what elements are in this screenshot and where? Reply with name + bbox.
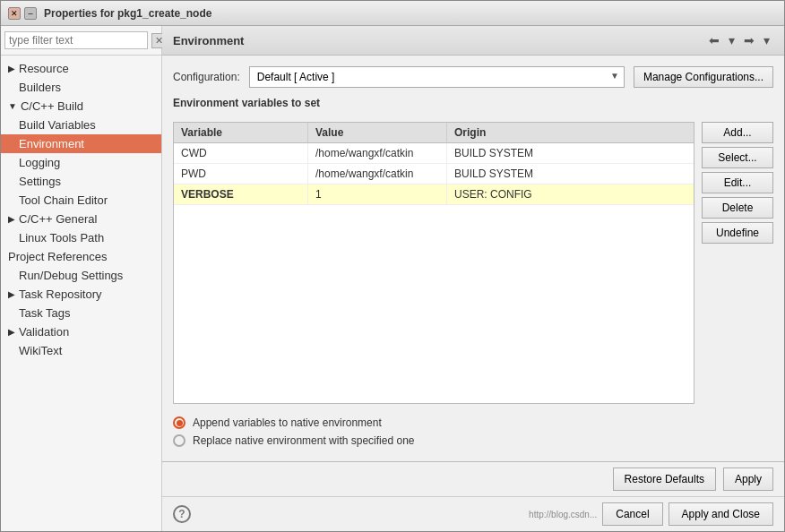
panel-body: Configuration: Default [ Active ] Manage… xyxy=(162,56,784,461)
sidebar-item-label: Logging xyxy=(19,156,60,169)
table-header: Variable Value Origin xyxy=(174,123,694,143)
sidebar-item-label: Project References xyxy=(8,250,108,263)
radio-replace-indicator xyxy=(173,434,185,447)
help-button[interactable]: ? xyxy=(173,505,191,523)
sidebar-item-label: Builders xyxy=(19,81,61,94)
close-button[interactable]: ✕ xyxy=(8,7,21,20)
delete-button[interactable]: Delete xyxy=(702,197,773,219)
main-window: ✕ – Properties for pkg1_create_node ✕ ▶ … xyxy=(0,0,785,532)
sidebar-item-label: Linux Tools Path xyxy=(19,231,104,245)
arrow-icon: ▼ xyxy=(8,101,17,111)
sidebar-item-logging[interactable]: Logging xyxy=(1,153,161,172)
minimize-button[interactable]: – xyxy=(24,7,37,20)
table-action-buttons: Add... Select... Edit... Delete Undefine xyxy=(702,122,773,404)
right-panel: Environment ⬅ ▾ ➡ ▾ Configuration: Defau… xyxy=(162,26,784,531)
cell-value: /home/wangxf/catkin xyxy=(308,164,447,184)
arrow-icon: ▶ xyxy=(8,289,15,299)
url-hint: http://blog.csdn... xyxy=(529,510,597,519)
sidebar-item-projectrefs[interactable]: Project References xyxy=(1,247,161,266)
cell-value: /home/wangxf/catkin xyxy=(308,143,447,163)
radio-replace-label: Replace native environment with specifie… xyxy=(193,434,414,447)
column-value: Value xyxy=(308,123,447,142)
configuration-select[interactable]: Default [ Active ] xyxy=(249,66,625,88)
sidebar-item-label: Settings xyxy=(19,175,61,188)
nav-back-button[interactable]: ⬅ xyxy=(705,31,723,49)
edit-button[interactable]: Edit... xyxy=(702,172,773,193)
sidebar: ✕ ▶ Resource Builders ▼ C/C++ Build Buil… xyxy=(1,26,162,531)
arrow-icon: ▶ xyxy=(8,64,15,73)
sidebar-item-buildvars[interactable]: Build Variables xyxy=(1,116,161,134)
sidebar-item-tasktags[interactable]: Task Tags xyxy=(1,304,161,322)
table-row[interactable]: VERBOSE 1 USER: CONFIG xyxy=(174,184,694,205)
main-content: ✕ ▶ Resource Builders ▼ C/C++ Build Buil… xyxy=(1,26,784,531)
sidebar-item-linuxtools[interactable]: Linux Tools Path xyxy=(1,228,161,247)
sidebar-item-resource[interactable]: ▶ Resource xyxy=(1,59,161,78)
titlebar: ✕ – Properties for pkg1_create_node xyxy=(1,1,784,26)
cell-origin: BUILD SYSTEM xyxy=(447,164,694,184)
select-button[interactable]: Select... xyxy=(702,147,773,168)
sidebar-item-environment[interactable]: Environment xyxy=(1,134,161,153)
radio-append-indicator xyxy=(173,416,185,429)
sidebar-item-validation[interactable]: ▶ Validation xyxy=(1,322,161,341)
table-body: CWD /home/wangxf/catkin BUILD SYSTEM PWD… xyxy=(174,143,694,403)
sidebar-item-ccppgeneral[interactable]: ▶ C/C++ General xyxy=(1,210,161,228)
sidebar-item-taskrepo[interactable]: ▶ Task Repository xyxy=(1,285,161,304)
section-label: Environment variables to set xyxy=(173,97,773,109)
config-label: Configuration: xyxy=(173,71,240,83)
sidebar-item-label: Task Repository xyxy=(19,287,101,301)
table-row[interactable]: PWD /home/wangxf/catkin BUILD SYSTEM xyxy=(174,164,694,184)
cell-variable: CWD xyxy=(174,143,308,163)
sidebar-tree: ▶ Resource Builders ▼ C/C++ Build Build … xyxy=(1,56,161,531)
sidebar-item-builders[interactable]: Builders xyxy=(1,78,161,97)
table-row[interactable]: CWD /home/wangxf/catkin BUILD SYSTEM xyxy=(174,143,694,164)
apply-and-close-button[interactable]: Apply and Close xyxy=(669,502,773,526)
manage-configurations-button[interactable]: Manage Configurations... xyxy=(634,66,773,88)
env-table: Variable Value Origin CWD /home/wangxf/c… xyxy=(173,122,694,404)
nav-forward-button[interactable]: ➡ xyxy=(740,31,758,49)
sidebar-item-label: Tool Chain Editor xyxy=(19,193,108,207)
sidebar-item-label: C/C++ General xyxy=(19,212,97,226)
radio-append-label: Append variables to native environment xyxy=(193,416,382,429)
bottom-buttons-row: Restore Defaults Apply xyxy=(162,462,784,496)
arrow-icon: ▶ xyxy=(8,214,15,224)
panel-header: Environment ⬅ ▾ ➡ ▾ xyxy=(162,26,784,56)
environment-area: Variable Value Origin CWD /home/wangxf/c… xyxy=(173,122,773,404)
cancel-button[interactable]: Cancel xyxy=(602,502,662,526)
bottom-close-row: ? http://blog.csdn... Cancel Apply and C… xyxy=(162,496,784,531)
sidebar-item-label: Environment xyxy=(19,137,84,150)
cell-variable: PWD xyxy=(174,164,308,184)
sidebar-item-label: Validation xyxy=(19,325,69,339)
cell-origin: BUILD SYSTEM xyxy=(447,143,694,163)
sidebar-item-label: Task Tags xyxy=(19,306,71,320)
column-origin: Origin xyxy=(447,123,694,142)
radio-append[interactable]: Append variables to native environment xyxy=(173,416,773,429)
sidebar-item-wikitext[interactable]: WikiText xyxy=(1,341,161,360)
nav-dropdown-button[interactable]: ▾ xyxy=(725,31,738,49)
config-select-wrap: Default [ Active ] xyxy=(249,66,625,88)
panel-title: Environment xyxy=(173,34,244,47)
arrow-icon: ▶ xyxy=(8,327,15,337)
add-button[interactable]: Add... xyxy=(702,122,773,143)
window-title: Properties for pkg1_create_node xyxy=(44,7,211,20)
sidebar-item-toolchain[interactable]: Tool Chain Editor xyxy=(1,191,161,210)
search-input[interactable] xyxy=(4,31,148,49)
apply-button[interactable]: Apply xyxy=(723,468,773,491)
sidebar-item-label: WikiText xyxy=(19,344,62,357)
sidebar-item-label: Resource xyxy=(19,62,69,75)
nav-forward-dropdown-button[interactable]: ▾ xyxy=(760,31,773,49)
bottom-bar: Restore Defaults Apply ? http://blog.csd… xyxy=(162,461,784,531)
sidebar-item-label: C/C++ Build xyxy=(21,99,83,113)
sidebar-item-label: Run/Debug Settings xyxy=(19,269,123,282)
cell-variable: VERBOSE xyxy=(174,184,308,204)
undefine-button[interactable]: Undefine xyxy=(702,222,773,244)
bottom-right-buttons: http://blog.csdn... Cancel Apply and Clo… xyxy=(529,502,773,526)
restore-defaults-button[interactable]: Restore Defaults xyxy=(613,468,716,491)
sidebar-item-settings[interactable]: Settings xyxy=(1,172,161,191)
radio-section: Append variables to native environment R… xyxy=(173,413,773,450)
radio-replace[interactable]: Replace native environment with specifie… xyxy=(173,434,773,447)
sidebar-item-rundebug[interactable]: Run/Debug Settings xyxy=(1,266,161,285)
configuration-row: Configuration: Default [ Active ] Manage… xyxy=(173,66,773,88)
search-bar: ✕ xyxy=(1,26,161,56)
window-controls: ✕ – xyxy=(8,7,37,20)
sidebar-item-ccppbuild[interactable]: ▼ C/C++ Build xyxy=(1,97,161,116)
